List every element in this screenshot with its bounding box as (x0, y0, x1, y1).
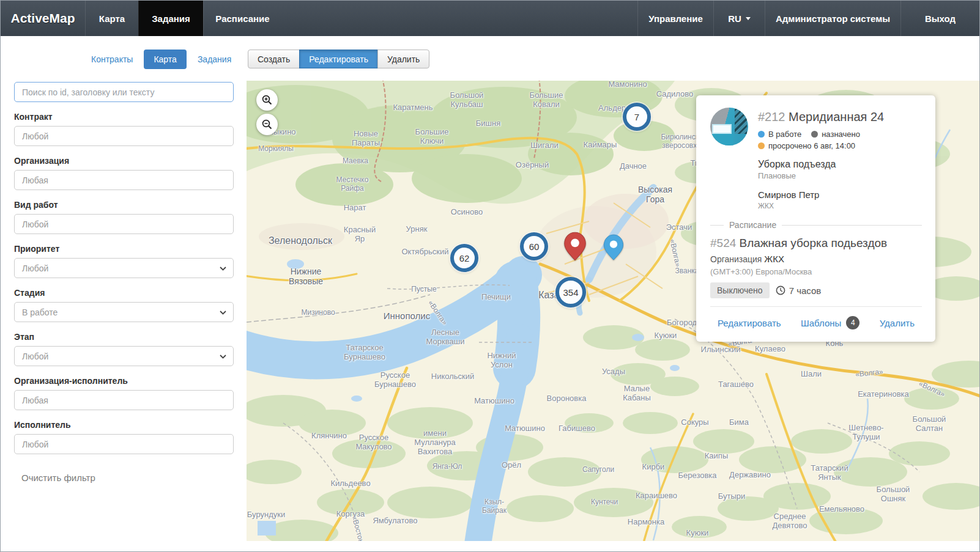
filters-sidebar: Контракт Организация Вид работ Приоритет… (14, 82, 234, 484)
status-dot-gray (811, 131, 818, 138)
cluster-marker[interactable]: 7 (623, 103, 651, 131)
schedule-divider: Расписание (710, 220, 922, 230)
schedule-section-label: Расписание (729, 220, 776, 230)
search-input[interactable] (14, 82, 234, 102)
schedule-edit-link[interactable]: Редактировать (718, 318, 781, 328)
popup-header: #212 Меридианная 24 В работе назначено (710, 108, 922, 210)
create-button[interactable]: Создать (248, 50, 300, 68)
nav-item-management[interactable]: Управление (637, 1, 713, 36)
executor-org-filter-input[interactable] (14, 390, 234, 410)
chevron-down-icon (220, 267, 226, 271)
filter-label: Приоритет (14, 244, 234, 254)
nav-tab-map[interactable]: Карта (85, 1, 138, 36)
app-logo[interactable]: ActiveMap (1, 1, 85, 36)
schedule-state-row: Выключено 7 часов (710, 282, 922, 298)
contract-filter-input[interactable] (14, 126, 234, 146)
executor-filter-input[interactable] (14, 434, 234, 454)
clock-icon (776, 285, 785, 295)
filter-label: Организация (14, 156, 234, 166)
filter-group-priority: Приоритет Любой (14, 244, 234, 278)
divider-line (710, 225, 724, 226)
delete-button[interactable]: Удалить (377, 50, 429, 68)
navbar-spacer (281, 1, 637, 36)
popup-actions: Редактировать Шаблоны 4 Удалить (710, 307, 922, 332)
schedule-name: Влажная уборка подьездов (740, 237, 888, 249)
schedule-timezone: (GMT+3:00) Европа/Москва (710, 267, 922, 276)
filter-group-work-type: Вид работ (14, 200, 234, 234)
clear-filter-link[interactable]: Очистить фильтр (21, 473, 95, 483)
status-row-overdue: просрочено 6 авг, 14:00 (758, 141, 922, 150)
zoom-out-button[interactable] (256, 114, 278, 135)
work-type-filter-input[interactable] (14, 214, 234, 234)
cluster-marker[interactable]: 60 (520, 232, 548, 260)
task-title: #212 Меридианная 24 (758, 110, 922, 124)
filter-label: Стадия (14, 288, 234, 298)
interval-label: 7 часов (789, 285, 822, 296)
edit-button[interactable]: Редактировать (299, 50, 378, 68)
assignee-name: Смирнов Петр (758, 190, 922, 200)
task-address: Меридианная 24 (789, 110, 884, 123)
status-dot-blue (758, 131, 765, 138)
schedule-org-label: Организация (710, 254, 762, 264)
filter-label: Этап (14, 332, 234, 342)
subtab-contracts[interactable]: Контракты (91, 54, 133, 64)
activemap-app: ActiveMap Карта Задания Расписание Управ… (0, 0, 980, 552)
task-id: #212 (758, 110, 785, 123)
schedule-delete-link[interactable]: Удалить (880, 318, 915, 328)
priority-select[interactable]: Любой (14, 258, 234, 278)
magnifier-plus-icon (262, 95, 272, 105)
language-label: RU (728, 13, 741, 24)
divider-line (782, 225, 922, 226)
status-dot-orange (758, 142, 765, 149)
popup-main: #212 Меридианная 24 В работе назначено (758, 108, 922, 210)
schedule-title: #524 Влажная уборка подьездов (710, 237, 922, 250)
top-navbar: ActiveMap Карта Задания Расписание Управ… (1, 1, 979, 36)
nav-item-logout[interactable]: Выход (900, 1, 979, 36)
filter-group-executor: Исполнитель (14, 420, 234, 454)
subtab-tasks[interactable]: Задания (198, 54, 231, 64)
status-label: В работе (768, 130, 801, 139)
filter-group-phase: Этап Любой (14, 332, 234, 366)
select-value: В работе (22, 307, 58, 317)
subtab-map[interactable]: Карта (144, 50, 186, 69)
stage-select[interactable]: В работе (14, 302, 234, 322)
magnifier-minus-icon (262, 119, 272, 130)
filter-group-stage: Стадия В работе (14, 288, 234, 322)
organization-filter-input[interactable] (14, 170, 234, 190)
task-photo-avatar[interactable] (710, 108, 748, 145)
nav-item-language[interactable]: RU (713, 1, 765, 36)
photo-stairs (735, 109, 747, 134)
schedule-state-badge: Выключено (710, 282, 770, 298)
filter-group-contract: Контракт (14, 112, 234, 146)
zoom-in-button[interactable] (256, 89, 278, 111)
work-type: Уборка подъезда (758, 159, 922, 170)
caret-down-icon (746, 17, 751, 20)
subnav-tabs: Контракты Карта Задания (91, 50, 231, 69)
task-actions-group: Создать Редактировать Удалить (248, 50, 429, 68)
status-in-progress: В работе (758, 130, 801, 139)
task-pin-red[interactable] (563, 232, 587, 263)
cluster-marker[interactable]: 62 (450, 244, 478, 272)
phase-select[interactable]: Любой (14, 346, 234, 366)
nav-item-user[interactable]: Администратор системы (765, 1, 900, 36)
status-row: В работе назначено (758, 130, 922, 139)
status-assigned: назначено (811, 130, 860, 139)
schedule-org: Организация ЖКХ (710, 254, 922, 264)
filter-label: Контракт (14, 112, 234, 122)
schedule-id: #524 (710, 237, 736, 249)
task-popup-card: #212 Меридианная 24 В работе назначено (696, 95, 935, 342)
select-value: Любой (22, 351, 48, 361)
schedule-templates-link[interactable]: Шаблоны (801, 318, 841, 328)
cluster-marker[interactable]: 354 (555, 277, 586, 307)
photo-wall (710, 134, 733, 145)
work-kind: Плановые (758, 171, 922, 180)
filter-label: Организация-исполнитель (14, 376, 234, 386)
schedule-org-value: ЖКХ (764, 254, 784, 264)
filter-group-organization: Организация (14, 156, 234, 190)
nav-tab-tasks[interactable]: Задания (138, 1, 203, 36)
filter-label: Вид работ (14, 200, 234, 210)
templates-count-badge[interactable]: 4 (846, 316, 859, 329)
templates-wrap: Шаблоны 4 (801, 316, 859, 329)
nav-tab-schedule[interactable]: Расписание (203, 1, 281, 36)
task-pin-blue[interactable] (603, 234, 624, 263)
